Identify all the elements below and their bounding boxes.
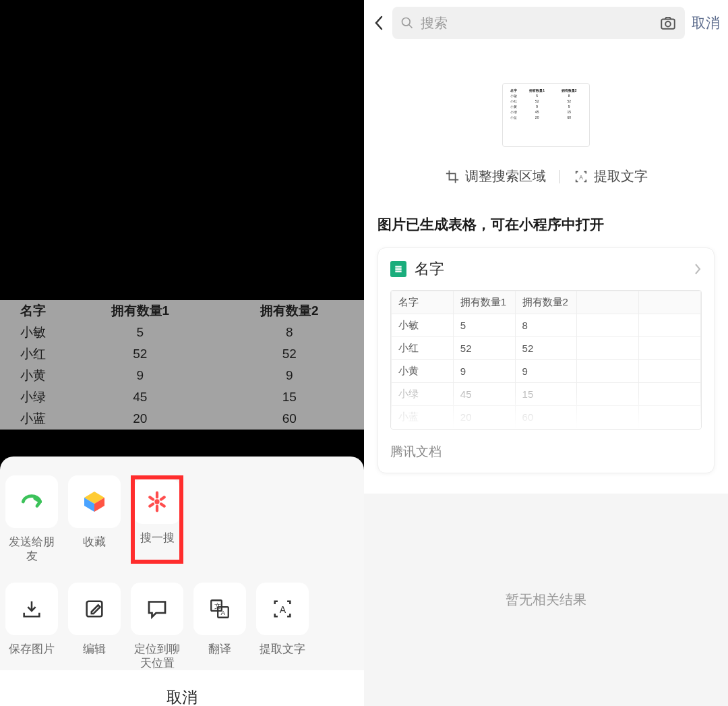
- divider: [559, 170, 560, 183]
- doc-source-label: 腾讯文档: [378, 430, 714, 473]
- doc-table-preview: 名字 拥有数量1 拥有数量2 小敏58 小红5252 小黄99 小绿4515 小…: [390, 290, 702, 430]
- back-button[interactable]: [372, 13, 386, 33]
- query-image-thumb[interactable]: 名字拥有数量1拥有数量2 小敏58 小红5252 小黄99 小绿4515 小蓝2…: [364, 46, 728, 160]
- col-header: [577, 291, 639, 314]
- spreadsheet-icon: [390, 261, 406, 277]
- search-cancel[interactable]: 取消: [692, 13, 720, 32]
- search-input-container[interactable]: [392, 7, 685, 39]
- cell: 52: [65, 343, 214, 365]
- share-icon: [5, 475, 58, 528]
- svg-line-17: [409, 25, 413, 28]
- svg-rect-22: [395, 266, 401, 267]
- image-table-region: 名字 拥有数量1 拥有数量2 小敏58 小红5252 小黄99 小绿4515 小…: [0, 300, 364, 430]
- action-label: 编辑: [83, 642, 106, 656]
- action-favorite[interactable]: 收藏: [68, 475, 121, 564]
- svg-point-3: [154, 499, 159, 504]
- tencent-doc-card[interactable]: 名字 名字 拥有数量1 拥有数量2 小敏58 小红5252 小黄99: [377, 247, 715, 473]
- action-translate[interactable]: 文A 翻译: [193, 583, 246, 671]
- cell: 8: [215, 322, 364, 343]
- doc-card-header: 名字: [378, 248, 714, 290]
- action-label: 翻译: [208, 642, 231, 656]
- svg-point-16: [402, 18, 411, 26]
- tool-label: 提取文字: [594, 167, 648, 185]
- search-icon: [400, 16, 414, 30]
- image-black-area: [0, 0, 364, 300]
- translate-icon: 文A: [193, 583, 246, 635]
- col-header: [639, 291, 701, 314]
- doc-title: 名字: [415, 259, 686, 279]
- col-header: 名字: [0, 300, 65, 322]
- cell: 20: [65, 408, 214, 430]
- cell: 52: [215, 343, 364, 365]
- svg-line-8: [150, 504, 153, 506]
- crop-icon: [445, 169, 460, 184]
- image-black-gap: [0, 430, 364, 457]
- download-icon: [5, 583, 58, 635]
- action-edit[interactable]: 编辑: [68, 583, 121, 671]
- action-row-2: 保存图片 编辑 定位到聊天位置 文A 翻译: [0, 564, 364, 671]
- svg-rect-18: [661, 20, 675, 29]
- search-result-area: 名字拥有数量1拥有数量2 小敏58 小红5252 小黄99 小绿4515 小蓝2…: [364, 46, 728, 494]
- svg-text:文: 文: [214, 601, 221, 609]
- svg-line-9: [150, 497, 153, 499]
- cell: 9: [215, 365, 364, 386]
- action-label: 提取文字: [260, 642, 305, 656]
- tool-crop[interactable]: 调整搜索区域: [445, 167, 546, 185]
- cell: 15: [215, 386, 364, 408]
- cell: 小黄: [0, 365, 65, 386]
- action-sheet: 发送给朋友 收藏 搜一搜 保存图片: [0, 457, 364, 706]
- svg-rect-24: [395, 270, 401, 272]
- action-label: 定位到聊天位置: [131, 642, 183, 671]
- col-header: 拥有数量1: [65, 300, 214, 322]
- action-label: 发送给朋友: [5, 535, 58, 564]
- action-search-highlighted[interactable]: 搜一搜: [131, 475, 183, 564]
- ocr-icon: A: [256, 583, 309, 635]
- thumb-image: 名字拥有数量1拥有数量2 小敏58 小红5252 小黄99 小绿4515 小蓝2…: [502, 83, 590, 147]
- action-label: 保存图片: [9, 642, 55, 656]
- action-label: 收藏: [83, 535, 106, 549]
- action-extract-text[interactable]: A 提取文字: [256, 583, 309, 671]
- ocr-icon: A: [574, 169, 588, 184]
- spark-icon: [135, 479, 179, 524]
- svg-text:A: A: [579, 174, 583, 180]
- cell: 小敏: [0, 322, 65, 343]
- edit-icon: [68, 583, 121, 635]
- svg-line-6: [161, 504, 164, 506]
- action-save-image[interactable]: 保存图片: [5, 583, 58, 671]
- cell: 45: [65, 386, 214, 408]
- svg-line-5: [161, 497, 164, 499]
- camera-icon[interactable]: [659, 14, 677, 32]
- no-result-text: 暂无相关结果: [506, 591, 586, 609]
- cube-icon: [68, 475, 121, 528]
- action-send-to-friend[interactable]: 发送给朋友: [5, 475, 58, 564]
- tool-label: 调整搜索区域: [465, 167, 546, 185]
- action-locate-in-chat[interactable]: 定位到聊天位置: [131, 583, 183, 671]
- chat-bubble-icon: [131, 583, 183, 635]
- cell: 小绿: [0, 386, 65, 408]
- svg-rect-23: [395, 268, 401, 270]
- image-tools: 调整搜索区域 A 提取文字: [364, 160, 728, 206]
- col-header: 拥有数量2: [215, 300, 364, 322]
- svg-point-19: [665, 22, 671, 27]
- cell: 5: [65, 322, 214, 343]
- left-image-viewer: 名字 拥有数量1 拥有数量2 小敏58 小红5252 小黄99 小绿4515 小…: [0, 0, 364, 706]
- col-header: 拥有数量1: [453, 291, 515, 314]
- action-label: 搜一搜: [140, 531, 175, 545]
- search-input[interactable]: [421, 16, 653, 31]
- tool-ocr[interactable]: A 提取文字: [574, 167, 648, 185]
- no-result-area: 暂无相关结果: [364, 494, 728, 706]
- col-header: 拥有数量2: [515, 291, 577, 314]
- svg-text:A: A: [280, 604, 286, 614]
- cell: 小红: [0, 343, 65, 365]
- col-header: 名字: [392, 291, 454, 314]
- cell: 60: [215, 408, 364, 430]
- cell: 小蓝: [0, 408, 65, 430]
- svg-text:A: A: [220, 608, 225, 616]
- action-sheet-cancel[interactable]: 取消: [0, 670, 364, 706]
- chevron-right-icon: [694, 262, 702, 276]
- right-search-screen: 取消 名字拥有数量1拥有数量2 小敏58 小红5252 小黄99 小绿4515 …: [364, 0, 728, 706]
- search-bar: 取消: [364, 0, 728, 46]
- image-table: 名字 拥有数量1 拥有数量2 小敏58 小红5252 小黄99 小绿4515 小…: [0, 300, 364, 430]
- cell: 9: [65, 365, 214, 386]
- action-row-1: 发送给朋友 收藏 搜一搜: [0, 457, 364, 564]
